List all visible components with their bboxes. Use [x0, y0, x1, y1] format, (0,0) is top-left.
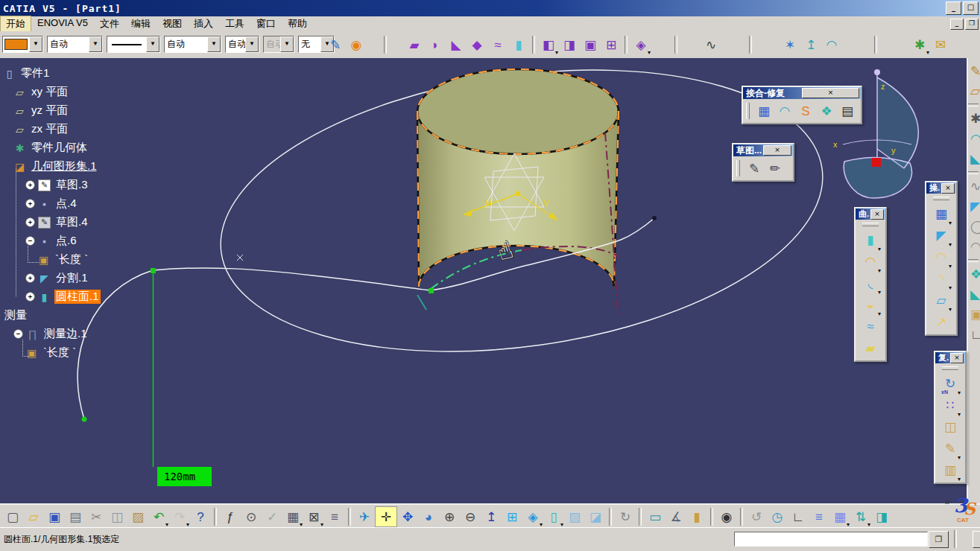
dock-axis-icon[interactable]: ∟ [968, 325, 980, 345]
curve-smooth-icon[interactable]: S [795, 101, 816, 121]
toolbar-grip[interactable] [942, 366, 958, 370]
painter-icon[interactable]: ✎ [325, 35, 346, 54]
multi-section-surface-icon[interactable]: ≈ [487, 35, 508, 54]
tree-node-label[interactable]: 点.4 [54, 197, 78, 211]
shading-edges-icon[interactable]: ◪ [585, 507, 606, 526]
shape-fillet-icon[interactable]: ◠▾ [930, 246, 952, 268]
menu-item-文件[interactable]: 文件 [94, 16, 125, 32]
transform-icon[interactable]: ▱▾ [930, 290, 952, 311]
new-document-icon[interactable]: ▢ [2, 507, 23, 526]
compass-base-handle[interactable] [872, 158, 881, 167]
catalog-document-icon[interactable]: ▥▾ [939, 459, 961, 481]
normal-view-icon[interactable]: ↥ [481, 507, 502, 526]
blend-corner-icon[interactable]: ◝▾ [930, 268, 952, 290]
close-icon[interactable]: × [802, 88, 859, 98]
powercopy-icon[interactable]: ✎▾ [939, 438, 961, 459]
work-on-support-icon[interactable]: ▦▾ [829, 507, 850, 526]
healing-icon[interactable]: ◠ [774, 101, 795, 121]
instant-capture-icon[interactable]: ◉ [716, 507, 737, 526]
menu-item-开始[interactable]: 开始 [0, 16, 31, 32]
dock-surface-1-icon[interactable]: ◠ [968, 129, 980, 149]
extrapolate-icon[interactable]: ↥ [800, 35, 821, 54]
fly-mode-icon[interactable]: ✈ [354, 507, 375, 526]
fit-all-in-icon[interactable]: ✛ [375, 506, 397, 527]
mail-icon[interactable]: ✉ [930, 35, 951, 54]
dimension-anchor-point[interactable] [151, 268, 156, 273]
toolbar-overflow-chevron[interactable]: » [945, 496, 950, 507]
render-style-icon[interactable]: ▯▾ [543, 507, 564, 526]
point-symbol-combo[interactable]: 自动▼ [225, 36, 259, 53]
sweep-surface-icon[interactable]: ◣ [446, 35, 467, 54]
menu-item-窗口[interactable]: 窗口 [250, 16, 282, 32]
offset-surface-icon[interactable]: ◠▾ [859, 251, 882, 273]
extrude-surface-icon[interactable]: ▰ [404, 35, 425, 54]
save-icon[interactable]: ▣ [44, 507, 65, 526]
power-input-field[interactable] [734, 532, 928, 547]
axis-system-icon[interactable]: ∟ [788, 507, 809, 526]
close-icon[interactable]: × [870, 209, 884, 220]
close-icon[interactable]: × [950, 353, 964, 363]
dock-wireframe-icon[interactable]: ✱ [968, 109, 980, 129]
collapse-icon[interactable]: − [25, 236, 35, 246]
fill-icon[interactable]: ◒▾ [859, 294, 882, 316]
tree-node-label[interactable]: zx 平面 [30, 122, 69, 136]
hide-show-icon[interactable]: ◨ [871, 507, 892, 526]
join-op-icon[interactable]: ▦▾ [930, 203, 952, 225]
multi-view-icon[interactable]: ⊞ [502, 507, 522, 526]
graphic-color-combo[interactable]: ▼ [2, 36, 43, 53]
expand-icon[interactable]: + [25, 217, 35, 227]
catalog-tools-icon[interactable]: ✱▾ [909, 35, 930, 54]
print-icon[interactable]: ▤ [65, 507, 86, 526]
spline-startpoint[interactable] [82, 417, 87, 422]
menu-item-编辑[interactable]: 编辑 [125, 16, 157, 32]
close-icon[interactable]: × [941, 183, 955, 194]
blend-surface-icon[interactable]: ▮ [508, 35, 529, 54]
dock-arc-icon[interactable]: ◠ [968, 237, 980, 257]
zoom-out-icon[interactable]: ⊖ [460, 507, 481, 526]
disassemble-icon[interactable]: ▤ [837, 101, 858, 121]
develop-icon[interactable]: ✶ [780, 35, 800, 54]
chevron-down-icon[interactable]: ▼ [89, 36, 102, 52]
isometric-view-icon[interactable]: ◈▾ [522, 507, 543, 526]
tree-node-label[interactable]: 测量 [3, 308, 28, 322]
manipulate-icon[interactable]: ◷ [767, 507, 788, 526]
rotate-3d-icon[interactable]: ↻ [615, 507, 636, 526]
reflect-line-icon[interactable]: ◠ [821, 35, 842, 54]
tree-node-label[interactable]: 圆柱面.1 [54, 290, 101, 304]
whats-this-help-icon[interactable]: ? [190, 507, 211, 526]
close-icon[interactable]: × [763, 145, 791, 156]
line-weight-combo[interactable]: 自动▼ [164, 36, 221, 53]
tree-node-label[interactable]: `长度 ` [54, 252, 89, 267]
historical-graph-icon[interactable]: ≡ [809, 507, 829, 526]
tree-node-label[interactable]: 草图.4 [54, 215, 89, 229]
chevron-down-icon[interactable]: ▼ [207, 36, 221, 52]
collapse-icon[interactable]: − [13, 329, 23, 339]
color-wizard-icon[interactable]: ◉ [346, 35, 367, 54]
dimension-value-label[interactable]: 120mm [157, 467, 212, 486]
menu-item-帮助[interactable]: 帮助 [282, 16, 313, 32]
tree-node-label[interactable]: 分割.1 [54, 271, 89, 285]
zoom-in-icon[interactable]: ⊕ [439, 507, 460, 526]
tree-node-label[interactable]: 几何图形集.1 [30, 159, 98, 173]
menu-item-视图[interactable]: 视图 [157, 16, 188, 32]
expand-icon[interactable]: + [25, 292, 35, 302]
expand-icon[interactable]: + [25, 273, 35, 283]
menu-item-ENOVIA V5[interactable]: ENOVIA V5 [31, 16, 94, 32]
measure-between-icon[interactable]: ▭ [645, 507, 666, 526]
law-icon[interactable]: ∿ [701, 35, 721, 54]
rotate-icon[interactable]: ◕ [418, 507, 439, 526]
boolean-operations-icon[interactable]: ◈▾ [630, 35, 651, 54]
untrim-icon[interactable]: ❖ [816, 101, 837, 121]
chevron-down-icon[interactable]: ▼ [245, 36, 259, 52]
sew-surface-icon[interactable]: ▣ [580, 35, 601, 54]
pan-icon[interactable]: ✥ [397, 507, 418, 526]
dialog-window-button[interactable]: ❐ [929, 531, 949, 548]
swept-surface-icon[interactable]: ◟▾ [859, 273, 882, 294]
thick-surface-icon[interactable]: ◧▾ [538, 35, 559, 54]
dock-split-icon[interactable]: ◤ [968, 197, 980, 217]
fill-surface-icon[interactable]: ◆ [467, 35, 487, 54]
doc-restore-button[interactable]: ❐ [965, 19, 979, 30]
spline-endpoint[interactable] [652, 216, 657, 220]
multi-sections-icon[interactable]: ≈ [859, 316, 882, 337]
cut-icon[interactable]: ✂ [86, 507, 107, 526]
